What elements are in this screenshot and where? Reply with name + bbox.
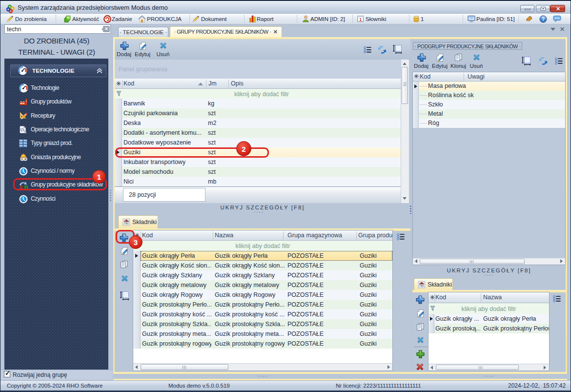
svg-text:1: 1 [359, 17, 362, 22]
svg-text:?: ? [542, 16, 545, 22]
